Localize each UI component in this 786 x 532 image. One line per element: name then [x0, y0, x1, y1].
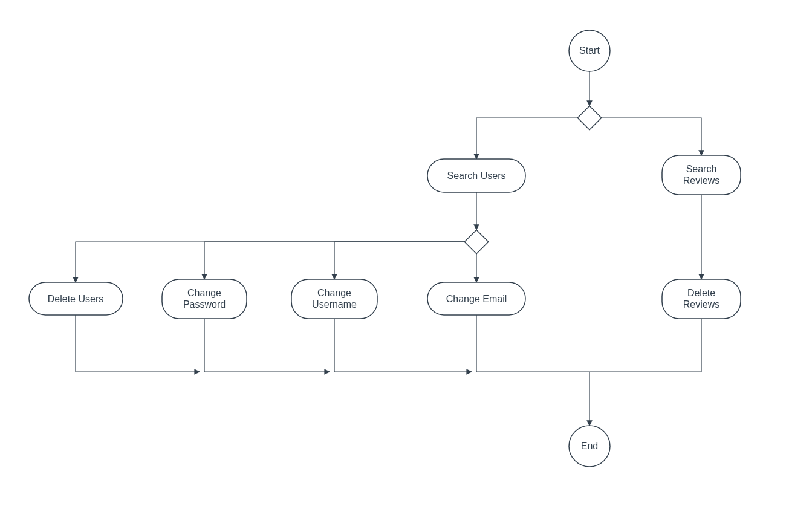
svg-rect-1 [577, 106, 602, 130]
node-delete-reviews: Delete Reviews [662, 279, 741, 319]
node-delete-reviews-label-1: Delete [687, 288, 715, 298]
edge-change-password-merge [204, 319, 330, 372]
svg-rect-4 [464, 230, 489, 254]
edge-delete-reviews-merge [476, 319, 701, 372]
edge-change-username-merge [334, 319, 472, 372]
node-change-email: Change Email [427, 282, 525, 315]
edge-decision2-delete-users [76, 242, 464, 282]
node-change-password-label-1: Change [187, 288, 221, 298]
node-search-reviews: Search Reviews [662, 155, 741, 195]
node-search-reviews-label-1: Search [686, 164, 717, 174]
node-decision-2 [464, 230, 489, 254]
edge-delete-users-merge [76, 315, 200, 372]
node-search-users: Search Users [427, 159, 525, 192]
node-delete-reviews-label-2: Reviews [683, 299, 719, 310]
edge-decision1-search-reviews [602, 118, 701, 155]
node-search-users-label: Search Users [447, 170, 506, 181]
node-change-username-label-2: Username [312, 299, 357, 310]
node-change-username-label-1: Change [317, 288, 351, 298]
node-change-password: Change Password [162, 279, 247, 319]
node-change-password-label-2: Password [183, 299, 226, 310]
node-start-label: Start [579, 45, 600, 56]
edge-decision2-change-username [334, 242, 464, 279]
node-change-email-label: Change Email [446, 294, 507, 304]
edge-decision1-search-users [476, 118, 577, 159]
node-search-reviews-label-2: Reviews [683, 175, 719, 186]
node-start: Start [569, 30, 610, 71]
node-end: End [569, 426, 610, 467]
node-end-label: End [581, 441, 598, 451]
node-delete-users-label: Delete Users [48, 294, 103, 304]
node-decision-1 [577, 106, 602, 130]
node-change-username: Change Username [291, 279, 377, 319]
node-delete-users: Delete Users [29, 282, 123, 315]
